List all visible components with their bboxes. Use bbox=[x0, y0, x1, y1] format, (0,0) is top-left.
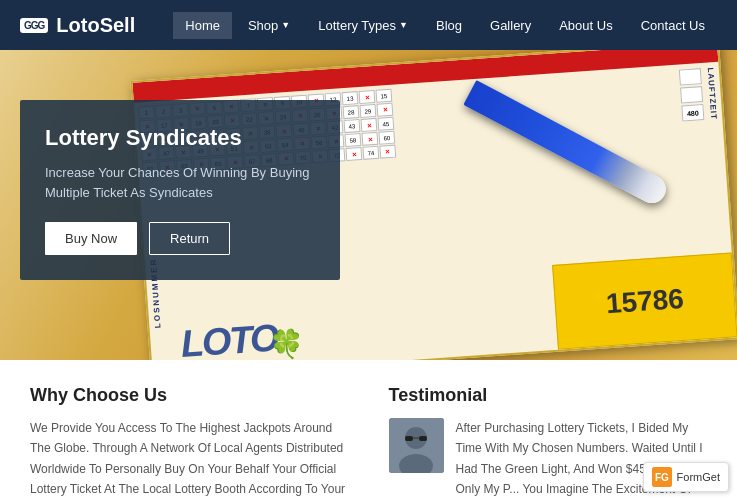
hero-title: Lottery Syndicates bbox=[45, 125, 315, 151]
brand-logo[interactable]: GGG LotoSell bbox=[20, 14, 135, 37]
nav-links: Home Shop ▼ Lottery Types ▼ Blog Gallery… bbox=[173, 12, 717, 39]
hero-overlay: Lottery Syndicates Increase Your Chances… bbox=[20, 100, 340, 280]
content-section: Why Choose Us We Provide You Access To T… bbox=[0, 360, 737, 500]
nav-item-blog[interactable]: Blog bbox=[424, 12, 474, 39]
testimonial-title: Testimonial bbox=[389, 385, 708, 406]
formget-badge[interactable]: FG FormGet bbox=[643, 462, 729, 492]
nav-item-shop[interactable]: Shop ▼ bbox=[236, 12, 302, 39]
return-button[interactable]: Return bbox=[149, 222, 230, 255]
svg-rect-3 bbox=[405, 436, 413, 441]
formget-logo-icon: FG bbox=[652, 467, 672, 487]
chevron-down-icon: ▼ bbox=[399, 20, 408, 30]
navbar: GGG LotoSell Home Shop ▼ Lottery Types ▼… bbox=[0, 0, 737, 50]
brand-name: LotoSell bbox=[56, 14, 135, 37]
buy-now-button[interactable]: Buy Now bbox=[45, 222, 137, 255]
hero-subtitle: Increase Your Chances Of Winning By Buyi… bbox=[45, 163, 315, 202]
nav-item-home[interactable]: Home bbox=[173, 12, 232, 39]
brand-icon: GGG bbox=[20, 18, 48, 33]
chevron-down-icon: ▼ bbox=[281, 20, 290, 30]
why-choose-section: Why Choose Us We Provide You Access To T… bbox=[30, 385, 349, 500]
nav-item-about-us[interactable]: About Us bbox=[547, 12, 624, 39]
avatar bbox=[389, 418, 444, 473]
formget-label: FormGet bbox=[677, 471, 720, 483]
avatar-image bbox=[389, 418, 444, 473]
why-choose-title: Why Choose Us bbox=[30, 385, 349, 406]
hero-buttons: Buy Now Return bbox=[45, 222, 315, 255]
why-choose-text: We Provide You Access To The Highest Jac… bbox=[30, 418, 349, 500]
svg-rect-4 bbox=[419, 436, 427, 441]
nav-item-contact-us[interactable]: Contact Us bbox=[629, 12, 717, 39]
nav-item-gallery[interactable]: Gallery bbox=[478, 12, 543, 39]
hero-section: 1 2 3 ✕ 5 ✕ 7 ✕ 9 10 ✕ 12 13 ✕ 15 ✕ 17 ✕… bbox=[0, 50, 737, 360]
nav-item-lottery-types[interactable]: Lottery Types ▼ bbox=[306, 12, 420, 39]
svg-text:FG: FG bbox=[655, 472, 669, 483]
